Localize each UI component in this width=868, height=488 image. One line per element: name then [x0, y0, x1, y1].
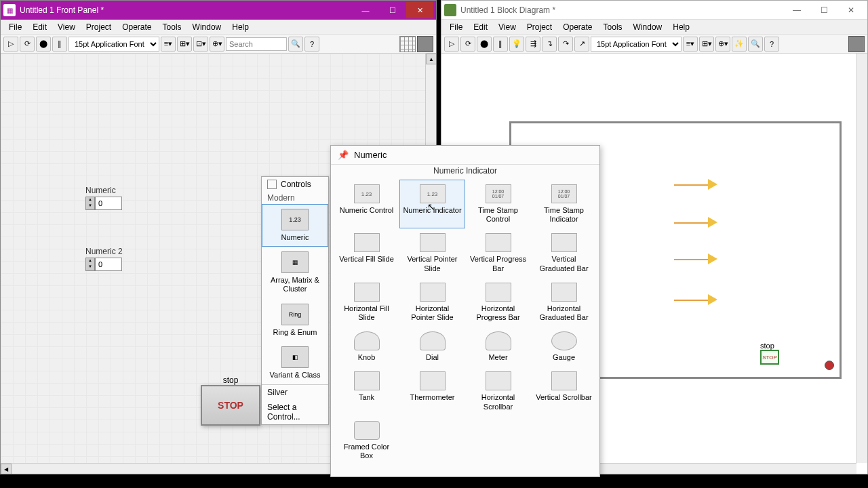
menu-view[interactable]: View [493, 22, 521, 32]
vi-icon[interactable] [848, 36, 865, 52]
menu-tools[interactable]: Tools [598, 22, 628, 32]
menu-help[interactable]: Help [226, 22, 254, 32]
numeric-item-vertical-graduated-bar[interactable]: Vertical Graduated Bar [531, 228, 597, 277]
run-button[interactable]: ▷ [444, 37, 459, 52]
stop-terminal-box[interactable]: STOP [760, 350, 779, 365]
close-button[interactable]: ✕ [406, 2, 433, 18]
palette-item-ring[interactable]: Ring Ring & Enum [262, 299, 328, 342]
minimize-button[interactable]: — [783, 2, 810, 18]
align-button[interactable]: ≡▾ [683, 37, 698, 52]
numeric-item-knob[interactable]: Knob [334, 327, 399, 367]
scroll-left-icon[interactable]: ◀ [1, 464, 12, 474]
font-select[interactable]: 15pt Application Font [68, 37, 159, 52]
numeric-item-framed-color-box[interactable]: Framed Color Box [334, 416, 399, 465]
highlight-button[interactable]: 💡 [509, 37, 524, 52]
subtract-node-icon[interactable] [708, 217, 717, 228]
menu-view[interactable]: View [52, 22, 81, 32]
help-button[interactable]: ? [304, 37, 319, 52]
block-diagram-titlebar[interactable]: Untitled 1 Block Diagram * — ☐ ✕ [441, 1, 867, 20]
pause-button[interactable]: ‖ [52, 37, 67, 52]
maximize-button[interactable]: ☐ [379, 2, 406, 18]
numeric-item-dial[interactable]: Dial [399, 327, 465, 367]
distribute-button[interactable]: ⊞▾ [699, 37, 714, 52]
menu-operate[interactable]: Operate [117, 22, 157, 32]
add-node-icon[interactable] [708, 179, 717, 190]
vertical-scrollbar[interactable] [856, 54, 867, 463]
numeric-item-gauge[interactable]: Gauge [531, 327, 597, 367]
numeric-item-horizontal-graduated-bar[interactable]: Horizontal Graduated Bar [531, 278, 597, 327]
help-button[interactable]: ? [764, 37, 779, 52]
close-button[interactable]: ✕ [837, 2, 865, 18]
numeric-item-horizontal-scrollbar[interactable]: Horizontal Scrollbar [465, 367, 531, 415]
vertical-pointer-slide-icon [420, 233, 446, 252]
font-select[interactable]: 15pt Application Font [591, 37, 682, 52]
palette-select-control[interactable]: Select a Control... [262, 400, 328, 424]
menu-window[interactable]: Window [628, 22, 668, 32]
numeric-2-input[interactable] [95, 258, 122, 271]
palette-silver[interactable]: Silver [262, 385, 328, 400]
run-button[interactable]: ▷ [3, 37, 18, 52]
numeric-2-spinner[interactable]: ▲▼ [85, 258, 95, 271]
numeric-item-thermometer[interactable]: Thermometer [399, 367, 465, 415]
numeric-item-vertical-fill-slide[interactable]: Vertical Fill Slide [334, 228, 399, 277]
maximize-button[interactable]: ☐ [810, 2, 837, 18]
menu-project[interactable]: Project [521, 22, 557, 32]
numeric-item-numeric-control[interactable]: 1.23Numeric Control [334, 180, 399, 228]
reorder-button[interactable]: ⊕▾ [210, 37, 224, 52]
numeric-spinner[interactable]: ▲▼ [85, 197, 95, 210]
divide-node-icon[interactable] [708, 294, 717, 305]
step-into-button[interactable]: ↴ [542, 37, 557, 52]
palette-item-variant[interactable]: ◧ Variant & Class [262, 342, 328, 384]
vi-icon[interactable] [417, 36, 433, 52]
menu-help[interactable]: Help [667, 22, 695, 32]
menu-file[interactable]: File [3, 22, 27, 32]
step-over-button[interactable]: ↷ [558, 37, 573, 52]
item-label: Vertical Scrollbar [534, 393, 593, 402]
controls-category[interactable]: Modern [262, 192, 328, 204]
numeric-item-meter[interactable]: Meter [465, 327, 531, 367]
scroll-up-icon[interactable]: ▲ [426, 54, 436, 64]
pause-button[interactable]: ‖ [493, 37, 508, 52]
reorder-button[interactable]: ⊕▾ [715, 37, 730, 52]
multiply-node-icon[interactable] [708, 253, 717, 264]
distribute-button[interactable]: ⊞▾ [177, 37, 192, 52]
numeric-item-time-stamp-indicator[interactable]: Time Stamp Indicator [531, 180, 597, 228]
numeric-item-vertical-pointer-slide[interactable]: Vertical Pointer Slide [399, 228, 465, 277]
retain-wire-button[interactable]: ⇶ [526, 37, 540, 52]
step-out-button[interactable]: ↗ [574, 37, 589, 52]
align-button[interactable]: ≡▾ [161, 37, 176, 52]
numeric-item-horizontal-pointer-slide[interactable]: Horizontal Pointer Slide [399, 278, 465, 327]
numeric-item-tank[interactable]: Tank [334, 367, 399, 415]
abort-button[interactable]: ⬤ [36, 37, 51, 52]
palette-item-array[interactable]: ▦ Array, Matrix & Cluster [262, 247, 328, 298]
numeric-item-time-stamp-control[interactable]: Time Stamp Control [465, 180, 531, 228]
search-icon[interactable]: 🔍 [748, 37, 763, 52]
pin-icon[interactable] [267, 180, 277, 189]
palette-item-numeric[interactable]: 1.23 Numeric [262, 204, 328, 247]
front-panel-titlebar[interactable]: ▦ Untitled 1 Front Panel * — ☐ ✕ [1, 1, 436, 20]
search-icon[interactable]: 🔍 [288, 37, 303, 52]
array-category-icon: ▦ [281, 251, 309, 273]
run-continuous-button[interactable]: ⟳ [460, 37, 475, 52]
numeric-item-horizontal-progress-bar[interactable]: Horizontal Progress Bar [465, 278, 531, 327]
numeric-item-vertical-progress-bar[interactable]: Vertical Progress Bar [465, 228, 531, 277]
connector-pane-icon[interactable] [399, 36, 416, 52]
search-input[interactable] [226, 37, 287, 51]
pin-icon[interactable]: 📌 [338, 150, 349, 160]
numeric-item-horizontal-fill-slide[interactable]: Horizontal Fill Slide [334, 278, 399, 327]
run-continuous-button[interactable]: ⟳ [20, 37, 35, 52]
numeric-input[interactable] [95, 197, 122, 210]
menu-operate[interactable]: Operate [557, 22, 597, 32]
resize-button[interactable]: ⊡▾ [193, 37, 208, 52]
menu-edit[interactable]: Edit [468, 22, 493, 32]
menu-tools[interactable]: Tools [157, 22, 187, 32]
menu-file[interactable]: File [444, 22, 468, 32]
abort-button[interactable]: ⬤ [477, 37, 492, 52]
menu-window[interactable]: Window [187, 22, 227, 32]
menu-project[interactable]: Project [81, 22, 117, 32]
cleanup-button[interactable]: ✨ [732, 37, 747, 52]
stop-button[interactable]: STOP [201, 385, 260, 426]
menu-edit[interactable]: Edit [27, 22, 52, 32]
minimize-button[interactable]: — [352, 2, 379, 18]
numeric-item-vertical-scrollbar[interactable]: Vertical Scrollbar [531, 367, 597, 415]
